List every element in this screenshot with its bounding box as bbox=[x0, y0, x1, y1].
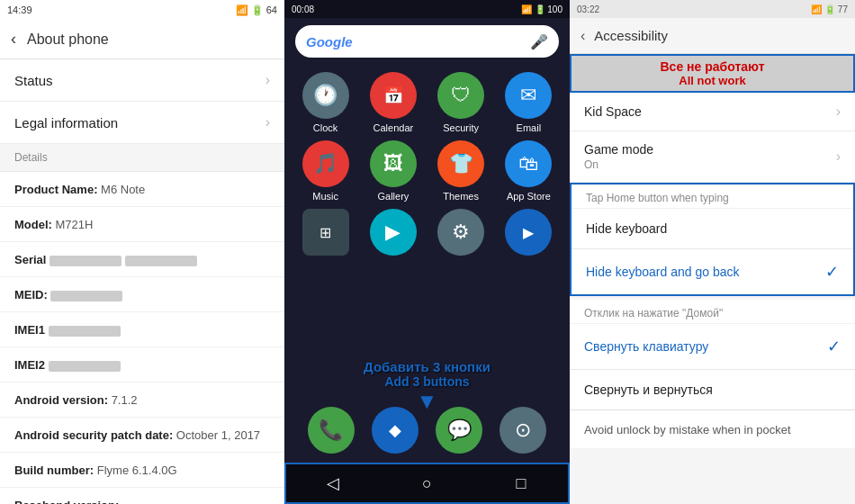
detail-product-label: Product Name: M6 Note bbox=[14, 183, 145, 196]
panel-about: 14:39 📶 🔋 64 ‹ About phone Status › Lega… bbox=[0, 0, 284, 504]
dock-phone[interactable]: 📞 bbox=[308, 407, 355, 457]
detail-baseband-label: Baseband version:953_GEN_PACK-1.117478.1… bbox=[14, 499, 218, 504]
overlay-english: Add 3 buttons bbox=[284, 374, 570, 389]
app-playstore[interactable]: ▶ bbox=[499, 209, 559, 259]
acc-status-bar: 03:22 📶 🔋 77 bbox=[570, 0, 855, 18]
acc-icons: 📶 🔋 77 bbox=[811, 4, 848, 14]
google-logo: Google bbox=[306, 34, 353, 50]
nav-recents-button[interactable]: □ bbox=[505, 467, 537, 500]
appstore-icon: 🛍 bbox=[505, 140, 552, 187]
overlay-text: Добавить 3 кнопки Add 3 buttons bbox=[284, 359, 570, 389]
acc-toolbar: ‹ Accessibility bbox=[570, 18, 855, 54]
app-gallery[interactable]: 🖼 Gallery bbox=[363, 140, 423, 202]
clock-label: Clock bbox=[313, 122, 338, 133]
home-search-bar[interactable]: Google 🎤 bbox=[295, 25, 559, 58]
kid-space-label: Kid Space bbox=[584, 104, 642, 119]
app-music[interactable]: 🎵 Music bbox=[295, 140, 356, 202]
app-play[interactable]: ▶ bbox=[363, 209, 423, 259]
kid-space-item[interactable]: Kid Space › bbox=[570, 93, 855, 131]
detail-serial-label: Serial bbox=[14, 253, 197, 266]
detail-baseband: Baseband version:953_GEN_PACK-1.117478.1… bbox=[0, 488, 284, 504]
option-heading-russian: Отклик на нажатие "Домой" bbox=[570, 300, 855, 324]
mic-icon[interactable]: 🎤 bbox=[530, 33, 548, 50]
playstore-icon: ▶ bbox=[505, 209, 552, 256]
option-hide-keyboard[interactable]: Hide keyboard bbox=[572, 209, 853, 249]
calendar-label: Calendar bbox=[374, 122, 414, 133]
app-calendar[interactable]: 📅 Calendar bbox=[363, 72, 423, 133]
app-clock[interactable]: 🕐 Clock bbox=[295, 72, 356, 133]
widget-icon: ⊞ bbox=[302, 209, 349, 256]
detail-meid-label: MEID: bbox=[14, 288, 122, 302]
status-chevron: › bbox=[266, 72, 270, 88]
game-mode-content: Game mode On bbox=[584, 142, 653, 171]
option-heading-english: Tap Home button when typing bbox=[572, 184, 853, 209]
option-hide-keyboard-back[interactable]: Hide keyboard and go back ✓ bbox=[572, 249, 853, 294]
option-collapse-back[interactable]: Свернуть и вернуться bbox=[570, 370, 855, 410]
gallery-label: Gallery bbox=[377, 191, 409, 202]
warning-english: All not work bbox=[579, 74, 846, 87]
nav-home-button[interactable]: ○ bbox=[410, 467, 443, 500]
home-status-icons: 📶 🔋 100 bbox=[521, 4, 562, 14]
about-toolbar: ‹ About phone bbox=[0, 20, 284, 59]
music-label: Music bbox=[312, 191, 338, 202]
detail-android: Android version: 7.1.2 bbox=[0, 382, 284, 418]
app-widget[interactable]: ⊞ bbox=[295, 209, 356, 259]
app-grid: 🕐 Clock 📅 Calendar 🛡 Security ✉ Email 🎵 … bbox=[284, 65, 570, 266]
collapse-keyboard-label: Свернуть клавиатуру bbox=[584, 339, 708, 354]
game-mode-item[interactable]: Game mode On › bbox=[570, 131, 855, 183]
detail-build-label: Build number: Flyme 6.1.4.0G bbox=[14, 464, 177, 477]
home-status-bar: 00:08 📶 🔋 100 bbox=[284, 0, 570, 18]
detail-imei2-label: IMEI2 bbox=[14, 358, 121, 372]
dock-assistant[interactable]: ◆ bbox=[372, 407, 418, 457]
game-mode-label: Game mode bbox=[584, 142, 653, 157]
security-label: Security bbox=[443, 122, 479, 133]
detail-serial: Serial bbox=[0, 242, 284, 277]
about-content: Status › Legal information › Details Pro… bbox=[0, 59, 284, 504]
detail-security-patch: Android security patch date: October 1, … bbox=[0, 418, 284, 453]
detail-imei1: IMEI1 bbox=[0, 312, 284, 347]
bottom-note: Avoid unlock by mistake when in pocket bbox=[584, 423, 791, 436]
play-icon: ▶ bbox=[370, 209, 417, 256]
legal-label: Legal information bbox=[14, 115, 118, 130]
email-icon: ✉ bbox=[505, 72, 552, 119]
checkmark-icon: ✓ bbox=[825, 262, 839, 282]
themes-label: Themes bbox=[443, 191, 479, 202]
panel-home: 00:08 📶 🔋 100 Google 🎤 🕐 Clock 📅 Calenda… bbox=[284, 0, 570, 504]
themes-icon: 👕 bbox=[437, 140, 484, 187]
game-mode-sub: On bbox=[584, 158, 653, 171]
settings-icon: ⚙ bbox=[437, 209, 484, 256]
option-collapse-keyboard[interactable]: Свернуть клавиатуру ✓ bbox=[570, 324, 855, 370]
hide-keyboard-label: Hide keyboard bbox=[586, 221, 667, 236]
music-icon: 🎵 bbox=[302, 140, 349, 187]
app-themes[interactable]: 👕 Themes bbox=[431, 140, 491, 202]
panel-accessibility: 03:22 📶 🔋 77 ‹ Accessibility Все не рабо… bbox=[570, 0, 855, 504]
appstore-label: App Store bbox=[507, 191, 551, 202]
phone-icon: 📞 bbox=[308, 407, 355, 454]
nav-back-button[interactable]: ◁ bbox=[317, 467, 349, 500]
checkmark2-icon: ✓ bbox=[827, 337, 841, 356]
about-title: About phone bbox=[27, 32, 109, 48]
kid-space-content: Kid Space bbox=[584, 104, 642, 119]
acc-back-icon[interactable]: ‹ bbox=[580, 28, 585, 44]
app-store[interactable]: 🛍 App Store bbox=[499, 140, 559, 202]
overlay-warning: Все не работают All not work bbox=[570, 54, 855, 93]
camera-icon: ⊙ bbox=[500, 407, 546, 454]
about-status-bar: 14:39 📶 🔋 64 bbox=[0, 0, 284, 20]
status-menu-item[interactable]: Status › bbox=[0, 59, 284, 102]
detail-imei2: IMEI2 bbox=[0, 347, 284, 382]
detail-android-label: Android version: 7.1.2 bbox=[14, 393, 138, 407]
about-icons: 📶 🔋 64 bbox=[236, 4, 277, 16]
dock-camera[interactable]: ⊙ bbox=[500, 407, 546, 457]
app-security[interactable]: 🛡 Security bbox=[431, 72, 491, 133]
acc-time: 03:22 bbox=[577, 4, 599, 14]
dock-whatsapp[interactable]: 💬 bbox=[436, 407, 482, 457]
overlay-russian: Добавить 3 кнопки bbox=[284, 359, 570, 374]
home-time: 00:08 bbox=[292, 4, 314, 14]
acc-bottom: Avoid unlock by mistake when in pocket bbox=[570, 410, 855, 448]
about-back-icon[interactable]: ‹ bbox=[11, 30, 16, 49]
detail-build: Build number: Flyme 6.1.4.0G bbox=[0, 453, 284, 488]
app-email[interactable]: ✉ Email bbox=[499, 72, 559, 133]
status-label: Status bbox=[14, 73, 53, 88]
legal-menu-item[interactable]: Legal information › bbox=[0, 102, 284, 144]
app-settings[interactable]: ⚙ bbox=[431, 209, 491, 259]
